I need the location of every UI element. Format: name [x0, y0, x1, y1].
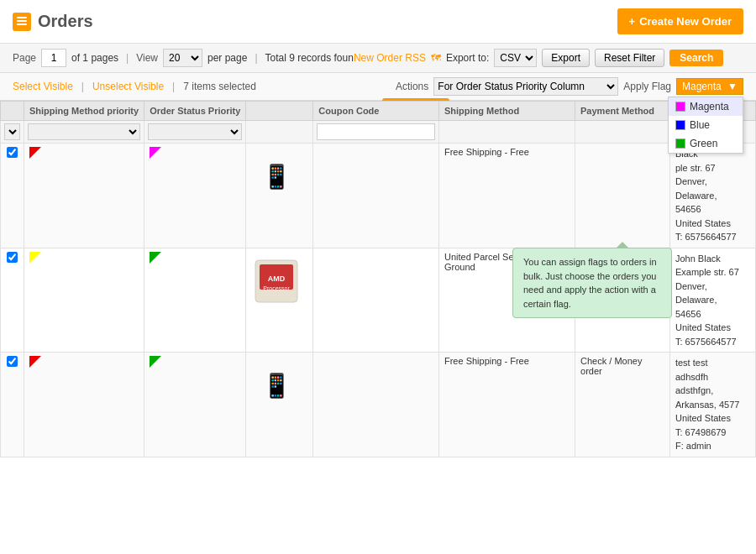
col-coupon-code: Coupon Code — [313, 102, 439, 121]
table-row: 📱 Free Shipping - Free Check / Money ord… — [1, 353, 756, 457]
export-to-label: Export to: — [446, 52, 489, 64]
svg-text:AMD: AMD — [268, 274, 286, 283]
green-dot — [675, 138, 685, 149]
col-shipping-method: Shipping Method — [438, 102, 575, 121]
row1-checkbox[interactable] — [7, 147, 18, 158]
svg-rect-1 — [17, 20, 27, 22]
filter-shipping-priority — [24, 121, 144, 144]
separator2: | — [252, 52, 260, 64]
filter-shipping-priority-select[interactable] — [28, 123, 140, 140]
svg-text:Processor: Processor — [264, 285, 291, 291]
filter-payment — [575, 121, 670, 144]
row3-order-status-priority — [144, 353, 246, 457]
page-title: Orders — [38, 12, 93, 31]
col-product-image — [246, 102, 313, 121]
export-button[interactable]: Export — [542, 49, 590, 67]
export-format-select[interactable]: CSV XML — [494, 49, 537, 67]
rss-link[interactable]: New Order RSS — [354, 52, 426, 64]
toolbar: Page of 1 pages | View 20 50 100 per pag… — [0, 44, 756, 73]
page-header: Orders + Create New Order — [0, 0, 756, 44]
row1-shipping-priority — [24, 144, 144, 248]
per-page-label: per page — [207, 52, 247, 64]
total-records-label: Total 9 records founNew Order RSS — [265, 52, 426, 64]
filter-image-cell — [246, 121, 313, 144]
view-select[interactable]: 20 50 100 — [163, 49, 202, 67]
apply-flag-label: Apply Flag — [623, 81, 671, 92]
actions-bar: Select Visible | Unselect Visible | 7 it… — [0, 73, 756, 101]
orders-icon — [13, 13, 31, 31]
row2-product-placeholder: AMD Processor — [251, 252, 302, 311]
row3-checkbox-cell — [1, 353, 24, 457]
tooltip-arrow — [616, 242, 629, 248]
filter-row: Any — [1, 121, 756, 144]
select-visible-link[interactable]: Select Visible — [13, 81, 73, 92]
svg-rect-2 — [17, 24, 27, 25]
flag-option-label: Green — [690, 138, 717, 149]
row3-shipping-priority — [24, 353, 144, 457]
magenta-dot — [675, 102, 685, 112]
row2-product-image: AMD Processor — [246, 248, 313, 353]
row2-order-status-priority — [144, 248, 246, 353]
separator3: | — [81, 81, 84, 92]
plus-icon: + — [629, 15, 636, 28]
flag-option-label: Magenta — [690, 101, 729, 112]
row1-flag-magenta — [150, 147, 161, 159]
row2-checkbox-cell — [1, 248, 24, 353]
row2-address: John BlackExample str. 67Denver, Delawar… — [669, 248, 755, 353]
row2-coupon — [313, 248, 439, 353]
flag-option-magenta[interactable]: Magenta — [669, 97, 743, 116]
row2-checkbox[interactable] — [7, 252, 18, 263]
row1-product-placeholder: 📱 — [251, 147, 302, 206]
orders-table-wrap: Shipping Method priority Order Status Pr… — [0, 101, 756, 457]
row3-coupon — [313, 353, 439, 457]
row1-payment — [575, 144, 670, 248]
page-input[interactable] — [41, 49, 66, 67]
row3-product-image: 📱 — [246, 353, 313, 457]
tooltip-text: You can assign flags to orders in bulk. … — [523, 257, 657, 309]
chevron-down-icon: ▼ — [727, 81, 738, 92]
rss-icon: 🗺 — [431, 52, 441, 64]
actions-label: Actions — [396, 81, 428, 92]
title-wrap: Orders — [13, 12, 93, 31]
row3-checkbox[interactable] — [7, 356, 18, 367]
row1-shipping: Free Shipping - Free — [438, 144, 575, 248]
filter-coupon-input[interactable] — [317, 123, 435, 140]
unselect-visible-link[interactable]: Unselect Visible — [92, 81, 164, 92]
page-label: Page — [13, 52, 36, 64]
row3-product-placeholder: 📱 — [251, 356, 302, 415]
row1-flag-red — [29, 147, 41, 159]
create-new-order-button[interactable]: + Create New Order — [617, 8, 743, 34]
flag-selected-label: Magenta — [682, 81, 722, 92]
row3-shipping: Free Shipping - Free — [438, 353, 575, 457]
bulk-flag-tooltip: You can assign flags to orders in bulk. … — [512, 248, 672, 318]
row1-address: Blackple str. 67Denver, Delaware,54656Un… — [669, 144, 755, 248]
table-row: 📱 Free Shipping - Free Blackple str. 67D… — [1, 144, 756, 248]
col-checkbox — [1, 102, 24, 121]
row1-order-status-priority — [144, 144, 246, 248]
filter-order-status-priority — [144, 121, 246, 144]
filter-shipping — [438, 121, 575, 144]
flag-option-green[interactable]: Green — [669, 134, 743, 153]
row3-address: test testadhsdfhadsthfgn,Arkansas, 4577U… — [669, 353, 755, 457]
selected-count: 7 items selected — [183, 81, 256, 92]
blue-dot — [675, 120, 685, 130]
table-header-row: Shipping Method priority Order Status Pr… — [1, 102, 756, 121]
filter-order-status-select[interactable] — [148, 123, 242, 140]
actions-dropdown[interactable]: For Order Status Priority Column — [433, 77, 618, 96]
svg-rect-0 — [17, 17, 27, 18]
search-button[interactable]: Search — [669, 50, 723, 66]
separator4: | — [172, 81, 175, 92]
reset-filter-button[interactable]: Reset Filter — [595, 49, 664, 67]
flag-options-list: Magenta Blue Green — [668, 97, 743, 154]
flag-dropdown-button[interactable]: Magenta ▼ — [676, 78, 743, 95]
filter-any-select[interactable]: Any — [4, 123, 20, 140]
col-payment-method: Payment Method — [575, 102, 670, 121]
row1-coupon — [313, 144, 439, 248]
separator1: | — [123, 52, 131, 64]
row2-flag-yellow — [29, 252, 41, 264]
actions-right-section: Actions For Order Status Priority Column… — [396, 77, 743, 96]
filter-coupon — [313, 121, 439, 144]
flag-option-label: Blue — [690, 119, 710, 131]
flag-option-blue[interactable]: Blue — [669, 116, 743, 134]
col-order-status-priority: Order Status Priority — [144, 102, 246, 121]
